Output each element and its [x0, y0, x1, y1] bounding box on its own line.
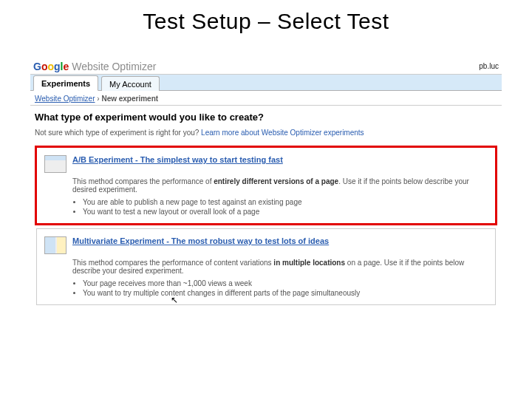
tab-my-account[interactable]: My Account — [101, 76, 160, 91]
user-label: pb.luc — [479, 62, 499, 70]
option-multivariate-experiment[interactable]: Multivariate Experiment - The most robus… — [36, 228, 496, 305]
help-note: Not sure which type of experiment is rig… — [30, 126, 502, 143]
breadcrumb: Website Optimizer › New experiment — [30, 91, 502, 106]
mvt-bullets: Your page receives more than ~1,000 view… — [72, 279, 488, 297]
mvt-title-link[interactable]: Multivariate Experiment - The most robus… — [72, 236, 329, 245]
header-bar: Google Website Optimizer pb.luc — [30, 58, 502, 75]
tab-bar: Experiments My Account — [30, 75, 502, 91]
mvt-description: This method compares the performance of … — [72, 259, 488, 275]
google-logo: Google — [33, 61, 72, 72]
product-name: Website Optimizer — [72, 61, 156, 72]
learn-more-link[interactable]: Learn more about Website Optimizer exper… — [201, 129, 364, 137]
ab-title-link[interactable]: A/B Experiment - The simplest way to sta… — [72, 155, 283, 164]
slide-title: Test Setup – Select Test — [0, 0, 532, 38]
option-ab-experiment[interactable]: A/B Experiment - The simplest way to sta… — [36, 147, 496, 224]
screenshot-frame: Google Website Optimizer pb.luc Experime… — [30, 58, 502, 353]
breadcrumb-current: New experiment — [101, 95, 158, 103]
tab-experiments[interactable]: Experiments — [33, 75, 98, 91]
page-heading: What type of experiment would you like t… — [30, 106, 502, 126]
mvt-thumb-icon — [44, 236, 66, 254]
ab-description: This method compares the performance of … — [72, 177, 488, 194]
breadcrumb-root[interactable]: Website Optimizer — [35, 95, 95, 103]
ab-thumb-icon — [44, 155, 66, 173]
ab-bullets: You are able to publish a new page to te… — [72, 198, 488, 216]
